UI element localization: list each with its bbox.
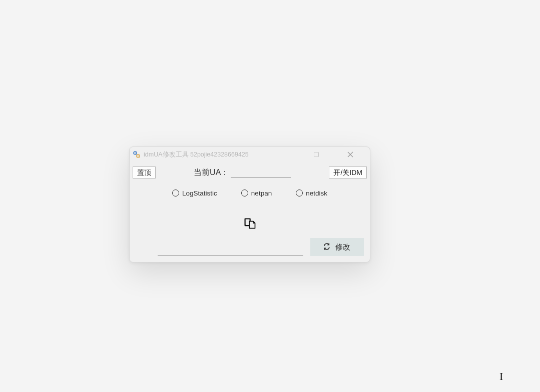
radio-label: netdisk [306, 190, 327, 197]
radio-netdisk[interactable]: netdisk [296, 190, 327, 197]
window-title: idmUA修改工具 52pojie42328669425 [144, 150, 305, 159]
refresh-icon [323, 243, 330, 252]
center-icon-row [132, 216, 368, 232]
bottom-row: 修改 [132, 238, 368, 256]
maximize-icon [314, 152, 319, 157]
radio-icon [172, 190, 179, 196]
current-ua-group: 当前UA： [194, 167, 291, 178]
top-row: 置顶 当前UA： 开/关IDM [132, 165, 368, 180]
window-controls [305, 147, 362, 162]
radio-logstatistic[interactable]: LogStatistic [172, 190, 217, 197]
svg-point-0 [134, 152, 137, 154]
radio-row: LogStatistic netpan netdisk [132, 187, 368, 199]
radio-icon [241, 190, 248, 196]
title-bar[interactable]: idmUA修改工具 52pojie42328669425 [130, 147, 370, 162]
radio-icon [296, 190, 303, 196]
paste-icon[interactable] [243, 216, 257, 232]
app-window: idmUA修改工具 52pojie42328669425 置顶 当前UA： 开/… [129, 146, 370, 262]
close-icon [347, 152, 353, 158]
svg-point-1 [137, 154, 140, 158]
maximize-button[interactable] [305, 147, 328, 162]
radio-netpan[interactable]: netpan [241, 190, 272, 197]
modify-button-label: 修改 [335, 242, 350, 252]
client-area: 置顶 当前UA： 开/关IDM LogStatistic netpan netd… [130, 162, 370, 256]
current-ua-label: 当前UA： [194, 168, 229, 178]
text-cursor-icon: I [499, 370, 503, 383]
radio-label: LogStatistic [182, 190, 217, 197]
toggle-idm-button[interactable]: 开/关IDM [329, 166, 367, 178]
ua-input[interactable] [158, 245, 303, 256]
pin-top-button[interactable]: 置顶 [133, 166, 156, 178]
radio-label: netpan [251, 190, 272, 197]
close-button[interactable] [339, 147, 362, 162]
app-icon [133, 150, 141, 158]
modify-button[interactable]: 修改 [310, 238, 364, 256]
current-ua-field[interactable] [231, 167, 291, 178]
